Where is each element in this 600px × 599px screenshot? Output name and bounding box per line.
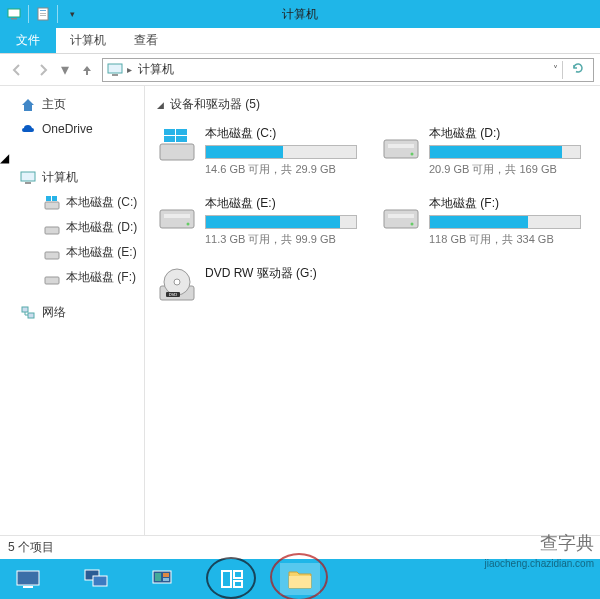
computer-icon xyxy=(20,170,36,186)
ribbon-tabs: 文件 计算机 查看 xyxy=(0,28,600,54)
drive-usage-fill xyxy=(206,146,283,158)
drive-icon xyxy=(44,245,60,261)
quick-access-toolbar: ▾ xyxy=(0,5,86,23)
section-title: 设备和驱动器 (5) xyxy=(170,96,260,113)
drive-name: 本地磁盘 (D:) xyxy=(429,125,581,142)
tab-file[interactable]: 文件 xyxy=(0,28,56,53)
title-bar: ▾ 计算机 xyxy=(0,0,600,28)
svg-rect-0 xyxy=(8,9,20,17)
separator xyxy=(562,61,563,79)
svg-rect-22 xyxy=(176,136,187,142)
svg-rect-47 xyxy=(234,581,242,587)
svg-rect-17 xyxy=(28,313,34,318)
drive-usage-bar xyxy=(429,145,581,159)
app-icon xyxy=(6,6,22,22)
refresh-icon[interactable] xyxy=(567,61,589,79)
tab-view[interactable]: 查看 xyxy=(120,28,172,53)
status-bar: 5 个项目 xyxy=(0,535,600,559)
svg-rect-14 xyxy=(45,252,59,259)
content-pane: ◢ 设备和驱动器 (5) 本地磁盘 (C:)14.6 GB 可用，共 29.9 … xyxy=(145,86,600,535)
svg-point-25 xyxy=(411,153,414,156)
svg-rect-13 xyxy=(45,227,59,234)
drive-icon xyxy=(44,220,60,236)
home-icon xyxy=(20,97,36,113)
drive-item[interactable]: 本地磁盘 (C:)14.6 GB 可用，共 29.9 GB xyxy=(157,125,357,177)
drive-stats: 20.9 GB 可用，共 169 GB xyxy=(429,162,581,177)
drive-stats: 11.3 GB 可用，共 99.9 GB xyxy=(205,232,357,247)
drive-usage-bar xyxy=(205,145,357,159)
sidebar-item-label: 网络 xyxy=(42,304,66,321)
recent-dropdown-icon[interactable]: ▾ xyxy=(58,59,72,81)
sidebar-item-computer[interactable]: 计算机 xyxy=(0,165,144,190)
up-button[interactable] xyxy=(76,59,98,81)
sidebar-item-home[interactable]: 主页 xyxy=(0,92,144,117)
svg-rect-6 xyxy=(108,64,122,73)
sidebar-item-drive-c[interactable]: 本地磁盘 (C:) xyxy=(0,190,144,215)
drive-os-icon xyxy=(44,195,60,211)
drive-item[interactable]: 本地磁盘 (E:)11.3 GB 可用，共 99.9 GB xyxy=(157,195,357,247)
svg-rect-12 xyxy=(52,196,57,201)
svg-rect-23 xyxy=(384,140,418,158)
chevron-right-icon: ▸ xyxy=(127,64,132,75)
svg-rect-10 xyxy=(45,202,59,209)
svg-rect-9 xyxy=(25,182,31,184)
drive-stats: 14.6 GB 可用，共 29.9 GB xyxy=(205,162,357,177)
svg-point-31 xyxy=(411,223,414,226)
taskbar-file-explorer[interactable] xyxy=(280,563,320,595)
svg-rect-7 xyxy=(112,74,118,76)
drive-icon xyxy=(381,195,421,235)
drive-info: 本地磁盘 (F:)118 GB 可用，共 334 GB xyxy=(429,195,581,247)
breadcrumb[interactable]: 计算机 xyxy=(136,61,176,78)
computer-icon xyxy=(107,62,123,78)
svg-point-34 xyxy=(174,279,180,285)
sidebar-item-network[interactable]: 网络 xyxy=(0,300,144,325)
svg-rect-30 xyxy=(388,214,414,218)
back-button[interactable] xyxy=(6,59,28,81)
drive-item[interactable]: 本地磁盘 (F:)118 GB 可用，共 334 GB xyxy=(381,195,581,247)
sidebar-item-label: 本地磁盘 (D:) xyxy=(66,219,137,236)
address-bar: ▾ ▸ 计算机 ˅ xyxy=(0,54,600,86)
svg-rect-48 xyxy=(289,576,311,588)
navigation-pane: 主页 OneDrive ◢ 计算机 本地磁盘 (C:) xyxy=(0,86,145,535)
address-box[interactable]: ▸ 计算机 ˅ xyxy=(102,58,594,82)
taskbar-app-2[interactable] xyxy=(76,563,116,595)
properties-icon[interactable] xyxy=(35,6,51,22)
sidebar-item-label: 主页 xyxy=(42,96,66,113)
address-dropdown-icon[interactable]: ˅ xyxy=(553,64,558,75)
drive-stats: 118 GB 可用，共 334 GB xyxy=(429,232,581,247)
window-title: 计算机 xyxy=(282,6,318,23)
taskbar-app-3[interactable] xyxy=(144,563,184,595)
expand-collapse-icon[interactable]: ◢ xyxy=(0,151,9,165)
svg-rect-43 xyxy=(163,573,169,577)
svg-rect-8 xyxy=(21,172,35,181)
svg-rect-11 xyxy=(46,196,51,201)
drive-icon xyxy=(157,195,197,235)
collapse-triangle-icon[interactable]: ◢ xyxy=(157,100,164,110)
svg-text:DVD: DVD xyxy=(169,292,178,297)
taskbar-app-1[interactable] xyxy=(8,563,48,595)
svg-rect-40 xyxy=(93,576,107,586)
forward-button[interactable] xyxy=(32,59,54,81)
qat-dropdown-icon[interactable]: ▾ xyxy=(64,6,80,22)
drive-name: 本地磁盘 (F:) xyxy=(429,195,581,212)
status-item-count: 5 个项目 xyxy=(8,539,54,556)
section-header[interactable]: ◢ 设备和驱动器 (5) xyxy=(157,96,588,113)
drive-item[interactable]: DVDDVD RW 驱动器 (G:) xyxy=(157,265,357,305)
drive-os-icon xyxy=(157,125,197,165)
sidebar-item-drive-e[interactable]: 本地磁盘 (E:) xyxy=(0,240,144,265)
sidebar-item-drive-d[interactable]: 本地磁盘 (D:) xyxy=(0,215,144,240)
taskbar-task-view[interactable] xyxy=(212,563,252,595)
drive-item[interactable]: 本地磁盘 (D:)20.9 GB 可用，共 169 GB xyxy=(381,125,581,177)
sidebar-item-onedrive[interactable]: OneDrive xyxy=(0,117,144,141)
sidebar-item-drive-f[interactable]: 本地磁盘 (F:) xyxy=(0,265,144,290)
drive-name: DVD RW 驱动器 (G:) xyxy=(205,265,357,282)
cloud-icon xyxy=(20,121,36,137)
drive-usage-fill xyxy=(206,216,340,228)
svg-rect-21 xyxy=(164,136,175,142)
drive-usage-bar xyxy=(429,215,581,229)
qat-separator xyxy=(28,5,29,23)
drives-grid: 本地磁盘 (C:)14.6 GB 可用，共 29.9 GB本地磁盘 (D:)20… xyxy=(157,125,588,305)
svg-rect-44 xyxy=(163,578,169,581)
tab-computer[interactable]: 计算机 xyxy=(56,28,120,53)
sidebar-item-label: 计算机 xyxy=(42,169,78,186)
